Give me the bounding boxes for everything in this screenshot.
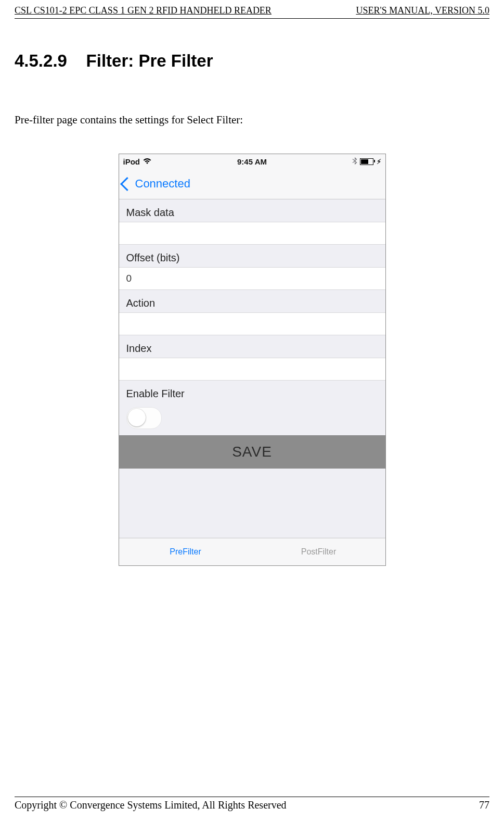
screenshot-container: iPod 9:45 AM ⚡︎ Connected: [15, 154, 489, 566]
offset-input[interactable]: 0: [119, 267, 385, 290]
clock-label: 9:45 AM: [119, 157, 385, 166]
back-button[interactable]: Connected: [122, 177, 190, 191]
section-heading: 4.5.2.9 Filter: Pre Filter: [15, 51, 489, 71]
footer-left: Copyright © Convergence Systems Limited,…: [15, 799, 287, 811]
nav-bar: Connected: [119, 169, 385, 199]
index-input[interactable]: [119, 358, 385, 381]
page-number: 77: [479, 799, 489, 811]
document-footer: Copyright © Convergence Systems Limited,…: [15, 797, 489, 811]
status-bar: iPod 9:45 AM ⚡︎: [119, 154, 385, 169]
mask-data-label: Mask data: [119, 199, 385, 222]
form-content: Mask data Offset (bits) 0 Action Index E…: [119, 199, 385, 469]
mask-data-input[interactable]: [119, 222, 385, 245]
document-header: CSL CS101-2 EPC CLASS 1 GEN 2 RFID HANDH…: [15, 5, 489, 19]
section-title: Filter: Pre Filter: [86, 51, 213, 70]
battery-icon: [360, 158, 373, 165]
chevron-left-icon: [120, 177, 134, 191]
index-label: Index: [119, 335, 385, 358]
body-text: Pre-filter page contains the settings fo…: [15, 113, 489, 127]
header-right: USER'S MANUAL, VERSION 5.0: [356, 5, 489, 16]
tab-postfilter[interactable]: PostFilter: [252, 538, 385, 565]
header-left: CSL CS101-2 EPC CLASS 1 GEN 2 RFID HANDH…: [15, 5, 272, 16]
tab-prefilter[interactable]: PreFilter: [119, 538, 252, 565]
phone-screenshot: iPod 9:45 AM ⚡︎ Connected: [119, 154, 386, 566]
tab-bar: PreFilter PostFilter: [119, 538, 385, 565]
back-label: Connected: [135, 177, 190, 191]
offset-label: Offset (bits): [119, 245, 385, 267]
action-label: Action: [119, 290, 385, 312]
enable-filter-toggle[interactable]: [126, 407, 162, 429]
enable-filter-label: Enable Filter: [119, 381, 385, 403]
save-button[interactable]: SAVE: [119, 435, 385, 469]
section-number: 4.5.2.9: [15, 51, 67, 70]
action-input[interactable]: [119, 312, 385, 335]
